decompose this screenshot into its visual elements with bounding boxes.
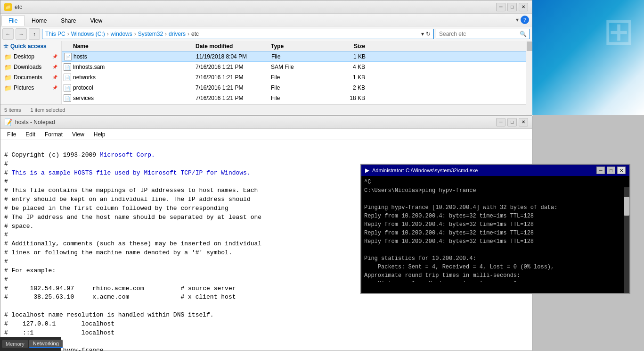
file-type: SAM File xyxy=(271,64,327,70)
sidebar-item-downloads[interactable]: 📁 Downloads 📌 xyxy=(0,62,61,72)
quick-access-label: Quick access xyxy=(10,43,47,50)
content-line-13: # xyxy=(4,258,8,265)
ribbon-expand-icon[interactable]: ▾ xyxy=(516,17,519,23)
cmd-content[interactable]: ^C C:\Users\Nicolas>ping hypv-france Pin… xyxy=(361,176,624,282)
back-button[interactable]: ← xyxy=(2,28,14,40)
quick-access-header[interactable]: ☆ Quick access xyxy=(0,41,61,51)
content-line-4: # xyxy=(4,178,8,185)
path-segment-system32[interactable]: System32 xyxy=(138,31,163,37)
content-line-10: # xyxy=(4,231,8,238)
cmd-minimize-button[interactable]: ─ xyxy=(596,167,605,174)
path-segment-windows[interactable]: windows xyxy=(111,31,132,37)
tab-view[interactable]: View xyxy=(83,15,109,26)
pin-icon: 📌 xyxy=(52,54,57,59)
cmd-window-controls: ─ □ ✕ xyxy=(596,167,626,174)
notepad-maximize-button[interactable]: □ xyxy=(507,118,517,126)
maximize-button[interactable]: □ xyxy=(507,3,517,11)
content-line-16: # 102.54.94.97 rhino.acme.com # source s… xyxy=(4,285,236,292)
file-row-hosts[interactable]: 📄 hosts 11/19/2018 8:04 PM File 1 KB xyxy=(62,51,533,62)
tab-home[interactable]: Home xyxy=(24,15,54,26)
folder-icon: 📁 xyxy=(4,74,12,81)
help-icon[interactable]: ? xyxy=(521,16,529,24)
file-date: 7/16/2016 1:21 PM xyxy=(196,74,271,81)
file-name: lmhosts.sam xyxy=(73,64,105,70)
content-line-3: # This is a sample HOSTS file used by Mi… xyxy=(4,169,251,176)
content-line-20: # 127.0.0.1 localhost xyxy=(4,320,114,327)
content-line-7: # be placed in the first column followed… xyxy=(4,205,228,212)
cmd-title-text: Administrator: C:\Windows\system32\cmd.e… xyxy=(372,167,594,173)
star-icon: ☆ xyxy=(3,43,8,50)
explorer-title: etc xyxy=(15,4,493,10)
explorer-scrollbar-thumb[interactable] xyxy=(527,42,532,51)
content-line-5: # This file contains the mappings of IP … xyxy=(4,187,258,194)
notepad-minimize-button[interactable]: ─ xyxy=(496,118,505,126)
cmd-close-button[interactable]: ✕ xyxy=(617,167,626,174)
notepad-menu-bar: File Edit Format View Help xyxy=(0,129,532,140)
sidebar-item-pictures[interactable]: 📁 Pictures 📌 xyxy=(0,83,61,93)
file-row-networks[interactable]: 📄 networks 7/16/2016 1:21 PM File 1 KB xyxy=(62,72,533,83)
file-row-lmhosts[interactable]: 📄 lmhosts.sam 7/16/2016 1:21 PM SAM File… xyxy=(62,62,533,72)
notepad-close-button[interactable]: ✕ xyxy=(519,118,528,126)
cmd-scrollbar-thumb[interactable] xyxy=(624,197,629,216)
networking-tab[interactable]: Networking xyxy=(29,340,63,348)
minimize-button[interactable]: ─ xyxy=(496,3,505,11)
address-dropdown-icon[interactable]: ▾ xyxy=(421,31,424,37)
address-path[interactable]: This PC › Windows (C:) › windows › Syste… xyxy=(42,29,434,39)
file-row-services[interactable]: 📄 services 7/16/2016 1:21 PM File 18 KB xyxy=(62,93,533,103)
path-segment-etc[interactable]: etc xyxy=(191,31,199,37)
ribbon: File Home Share View ▾ ? xyxy=(0,14,532,26)
file-row-protocol[interactable]: 📄 protocol 7/16/2016 1:21 PM File 2 KB xyxy=(62,83,533,93)
file-size: 18 KB xyxy=(327,95,365,101)
close-button[interactable]: ✕ xyxy=(519,3,528,11)
pin-icon: 📌 xyxy=(52,75,57,80)
up-button[interactable]: ↑ xyxy=(29,28,40,40)
menu-view[interactable]: View xyxy=(67,129,89,140)
path-segment-thispc[interactable]: This PC xyxy=(45,31,65,37)
path-segment-drivers[interactable]: drivers xyxy=(169,31,186,37)
windows-logo-hint: ⊞ xyxy=(603,9,635,53)
memory-tab[interactable]: Memory xyxy=(2,340,28,348)
tab-file[interactable]: File xyxy=(1,15,24,26)
file-date: 7/16/2016 1:21 PM xyxy=(196,64,271,70)
status-bar: 5 items 1 item selected xyxy=(0,104,533,115)
column-date-modified[interactable]: Date modified xyxy=(196,43,271,50)
sidebar-item-documents[interactable]: 📁 Documents 📌 xyxy=(0,72,61,83)
file-icon: 📄 xyxy=(64,63,71,71)
search-box[interactable]: 🔍 xyxy=(436,29,530,39)
column-type[interactable]: Type xyxy=(271,43,327,50)
content-line-18 xyxy=(4,302,8,309)
column-size[interactable]: Size xyxy=(327,43,365,50)
tab-share[interactable]: Share xyxy=(54,15,83,26)
cmd-maximize-button[interactable]: □ xyxy=(607,167,615,174)
content-line-17: # 38.25.63.10 x.acme.com # x client host xyxy=(4,293,236,301)
cmd-content-wrapper: ^C C:\Users\Nicolas>ping hypv-france Pin… xyxy=(361,176,629,293)
column-name[interactable]: Name xyxy=(64,43,196,50)
sidebar-item-desktop-label: Desktop xyxy=(14,53,34,60)
cmd-scrollbar[interactable] xyxy=(624,187,629,293)
cmd-title-bar: ▶ Administrator: C:\Windows\system32\cmd… xyxy=(361,165,629,176)
file-size: 4 KB xyxy=(327,64,365,70)
content-line-12: # lines or following the machine name de… xyxy=(4,249,232,256)
sidebar-item-documents-label: Documents xyxy=(14,74,42,81)
menu-edit[interactable]: Edit xyxy=(21,129,40,140)
notepad-title-bar: 📝 hosts - Notepad ─ □ ✕ xyxy=(0,116,532,129)
content-line-8: # The IP address and the host name shoul… xyxy=(4,214,261,221)
file-name: protocol xyxy=(73,84,93,91)
menu-format[interactable]: Format xyxy=(40,129,67,140)
explorer-scrollbar[interactable] xyxy=(526,41,532,115)
content-line-19: # localhost name resolution is handled w… xyxy=(4,311,214,318)
folder-icon: 📁 xyxy=(4,64,12,71)
path-segment-c[interactable]: Windows (C:) xyxy=(71,31,105,37)
desktop-wallpaper: ⊞ xyxy=(532,0,644,115)
file-size: 2 KB xyxy=(327,84,365,91)
forward-button[interactable]: → xyxy=(16,28,27,40)
sidebar-item-desktop[interactable]: 📁 Desktop 📌 xyxy=(0,51,61,62)
content-line-9: # space. xyxy=(4,223,33,230)
explorer-title-bar: 📁 etc ─ □ ✕ xyxy=(0,0,532,14)
file-type: File xyxy=(271,74,327,81)
menu-file[interactable]: File xyxy=(2,129,21,140)
file-size: 1 KB xyxy=(327,74,365,81)
menu-help[interactable]: Help xyxy=(89,129,110,140)
address-refresh-icon[interactable]: ↻ xyxy=(426,31,431,37)
search-input[interactable] xyxy=(439,31,518,37)
